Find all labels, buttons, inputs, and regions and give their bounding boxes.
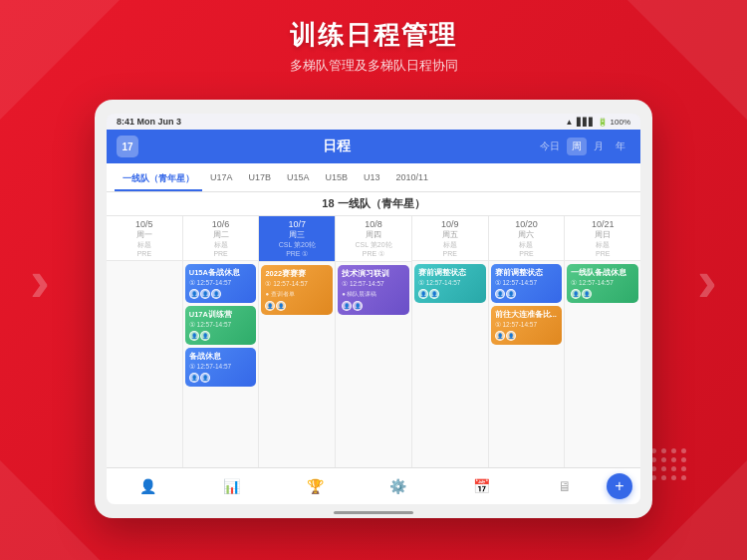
event-time: ① 12:57-14:57	[189, 279, 253, 287]
top-text-area: 训练日程管理 多梯队管理及多梯队日程协同	[0, 18, 747, 75]
day-date-1007: 10/7	[261, 219, 333, 229]
day-header-1006: 10/6 周二 标题 PRE	[183, 216, 259, 261]
day-pre-1008: PRE ①	[338, 250, 409, 258]
status-icons: ▲ ▋▋▋ 🔋 100%	[566, 118, 630, 127]
day-label-1006: 标题	[185, 240, 257, 250]
day-header-1007: 10/7 周三 CSL 第20轮 PRE ①	[259, 216, 335, 262]
avatar: 👤	[189, 289, 199, 299]
deco-chevron-left-icon: ›	[30, 246, 50, 315]
nav-item-calendar[interactable]: 📅	[440, 478, 524, 494]
signal-icon: ▋▋▋	[577, 118, 595, 127]
event-card[interactable]: 赛前调整状态 ① 12:57-14:57 👤 👤	[491, 264, 563, 303]
event-title: 一线队备战休息	[571, 268, 634, 278]
team-tab-2010[interactable]: 2010/11	[388, 168, 437, 191]
day-events-1021: 一线队备战休息 ① 12:57-14:57 👤 👤	[565, 261, 640, 467]
avatar: 👤	[189, 373, 199, 383]
nav-item-trophy[interactable]: 🏆	[273, 478, 357, 494]
avatar: 👤	[418, 289, 428, 299]
event-card[interactable]: U17A训练营 ① 12:57-14:57 👤 👤	[185, 306, 257, 345]
day-header-1020: 10/20 周六 标题 PRE	[489, 216, 565, 261]
event-card[interactable]: 一线队备战休息 ① 12:57-14:57 👤 👤	[567, 264, 638, 303]
event-card[interactable]: 备战休息 ① 12:57-14:57 👤 👤	[185, 348, 257, 387]
calendar-grid: 10/5 周一 标题 PRE 10/6 周二 标题 PRE	[107, 216, 640, 467]
event-avatars: 👤 👤	[418, 289, 482, 299]
event-avatars: 👤 👤	[342, 301, 405, 311]
event-card[interactable]: 前往大连准备比... ① 12:57-14:57 👤 👤	[491, 306, 563, 345]
day-pre-1009: PRE	[414, 250, 486, 257]
event-sub: ● 梯队晨课稿	[342, 290, 405, 299]
day-col-1007: 10/7 周三 CSL 第20轮 PRE ① 2022赛赛赛 ① 12:57-1…	[259, 216, 336, 467]
team-tab-u15b[interactable]: U15B	[318, 168, 357, 191]
day-weekday-1006: 周二	[185, 229, 257, 240]
day-weekday-1020: 周六	[491, 229, 563, 240]
event-card[interactable]: 赛前调整状态 ① 12:57-14:57 👤 👤	[414, 264, 486, 303]
avatar: 👤	[189, 331, 199, 341]
calendar-area: 10/5 周一 标题 PRE 10/6 周二 标题 PRE	[107, 216, 640, 467]
event-time: ① 12:57-14:57	[571, 279, 634, 287]
day-events-1007: 2022赛赛赛 ① 12:57-14:57 ● 查训者单 👤 👤	[259, 262, 335, 467]
day-pre-1006: PRE	[185, 250, 257, 257]
day-events-1005	[107, 261, 182, 467]
calendar-nav-icon: 📅	[473, 478, 490, 494]
stats-nav-icon: 📊	[223, 478, 240, 494]
tab-month[interactable]: 月	[589, 138, 609, 155]
background: › › 训练日程管理 多梯队管理及多梯队日程协同 8:41 Mon Jun 3 …	[0, 0, 747, 560]
day-header-1021: 10/21 周日 标题 PRE	[565, 216, 640, 261]
day-weekday-1009: 周五	[414, 229, 486, 240]
event-time: ① 12:57-14:57	[342, 280, 405, 288]
nav-item-profile[interactable]: 👤	[107, 478, 190, 494]
day-col-1005: 10/5 周一 标题 PRE	[107, 216, 183, 467]
header-calendar-icon[interactable]: 17	[117, 136, 138, 157]
nav-item-settings[interactable]: ⚙️	[357, 478, 440, 494]
team-tabs: 一线队（青年星） U17A U17B U15A U15B U13 2010/11	[107, 163, 640, 192]
day-col-1020: 10/20 周六 标题 PRE 赛前调整状态 ① 12:57-14:57 👤	[489, 216, 566, 467]
status-bar: 8:41 Mon Jun 3 ▲ ▋▋▋ 🔋 100%	[107, 114, 640, 130]
event-avatars: 👤 👤	[495, 289, 559, 299]
wifi-icon: ▲	[566, 118, 574, 127]
avatar: 👤	[200, 331, 210, 341]
team-tab-u13[interactable]: U13	[356, 168, 388, 191]
avatar: 👤	[582, 289, 592, 299]
ipad-screen: 8:41 Mon Jun 3 ▲ ▋▋▋ 🔋 100% 17 日程 今日 周 月	[107, 114, 640, 504]
monitor-nav-icon: 🖥	[558, 478, 572, 494]
day-label-1005: 标题	[109, 240, 180, 250]
profile-nav-icon: 👤	[139, 478, 156, 494]
event-title: U15A备战休息	[189, 268, 253, 278]
settings-nav-icon: ⚙️	[389, 478, 406, 494]
avatar: 👤	[211, 289, 221, 299]
avatar: 👤	[342, 301, 352, 311]
avatar: 👤	[353, 301, 363, 311]
status-time: 8:41 Mon Jun 3	[117, 117, 181, 127]
event-title: U17A训练营	[189, 310, 253, 320]
avatar: 👤	[571, 289, 581, 299]
ipad-frame: 8:41 Mon Jun 3 ▲ ▋▋▋ 🔋 100% 17 日程 今日 周 月	[95, 100, 652, 518]
event-card[interactable]: 技术演习联训 ① 12:57-14:57 ● 梯队晨课稿 👤 👤	[338, 265, 409, 315]
nav-item-stats[interactable]: 📊	[190, 478, 274, 494]
day-events-1020: 赛前调整状态 ① 12:57-14:57 👤 👤 前往大连准备比... ① 12…	[489, 261, 565, 467]
avatar: 👤	[265, 301, 275, 311]
day-date-1005: 10/5	[109, 219, 180, 229]
tab-today[interactable]: 今日	[535, 138, 565, 155]
day-col-1009: 10/9 周五 标题 PRE 赛前调整状态 ① 12:57-14:57 👤	[412, 216, 489, 467]
team-tab-u17b[interactable]: U17B	[241, 168, 280, 191]
team-tab-firstteam[interactable]: 一线队（青年星）	[115, 168, 202, 191]
tab-year[interactable]: 年	[611, 138, 630, 155]
event-card[interactable]: U15A备战休息 ① 12:57-14:57 👤 👤 👤	[185, 264, 257, 303]
tab-week[interactable]: 周	[567, 138, 587, 155]
day-date-1008: 10/8	[338, 219, 409, 229]
event-card[interactable]: 2022赛赛赛 ① 12:57-14:57 ● 查训者单 👤 👤	[261, 265, 333, 315]
nav-item-monitor[interactable]: 🖥	[523, 478, 607, 494]
team-tab-u17a[interactable]: U17A	[202, 168, 241, 191]
event-sub: ● 查训者单	[265, 290, 329, 299]
day-weekday-1021: 周日	[567, 229, 638, 240]
event-time: ① 12:57-14:57	[418, 279, 482, 287]
event-time: ① 12:57-14:57	[189, 363, 253, 371]
team-tab-u15a[interactable]: U15A	[279, 168, 318, 191]
day-label-1020: 标题	[491, 240, 563, 250]
day-pre-1007: PRE ①	[261, 250, 333, 258]
fab-add-button[interactable]: +	[607, 473, 632, 499]
day-date-1006: 10/6	[185, 219, 257, 229]
header-title: 日程	[138, 138, 535, 155]
event-title: 前往大连准备比...	[495, 310, 559, 320]
day-events-1009: 赛前调整状态 ① 12:57-14:57 👤 👤	[412, 261, 488, 467]
